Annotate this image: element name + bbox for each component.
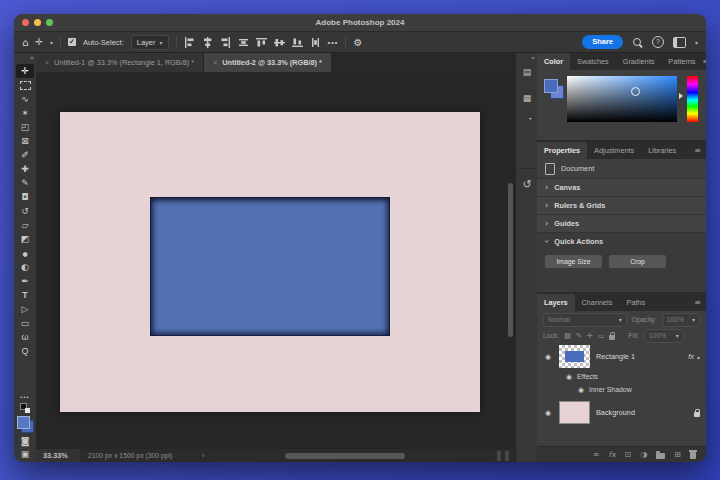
auto-select-target-dropdown[interactable]: Layer ▾ bbox=[131, 35, 169, 50]
horizontal-scrollbar-thumb[interactable] bbox=[285, 453, 405, 459]
screen-mode-icon[interactable]: ▣ bbox=[21, 449, 30, 459]
visibility-eye-icon[interactable]: ◉ bbox=[543, 353, 553, 361]
tab-properties[interactable]: Properties bbox=[537, 142, 587, 159]
move-tool-chevron-icon[interactable]: ▾ bbox=[50, 39, 53, 46]
layer-row-background[interactable]: ◉ Background bbox=[537, 399, 706, 426]
new-group-icon[interactable] bbox=[656, 453, 665, 459]
opacity-input[interactable]: 100% ▾ bbox=[662, 313, 700, 327]
dodge-tool[interactable]: ◐ bbox=[16, 260, 34, 274]
collapse-effects-icon[interactable]: ▴ bbox=[697, 353, 700, 360]
panel-menu-icon[interactable]: ≡ bbox=[694, 298, 706, 307]
close-tab-icon[interactable]: × bbox=[45, 59, 49, 66]
tab-gradients[interactable]: Gradients bbox=[616, 53, 662, 70]
collapse-panels-icon[interactable]: « bbox=[531, 54, 535, 62]
layer-fx-badge[interactable]: fx bbox=[688, 352, 694, 361]
tab-untitled-1[interactable]: × Untitled-1 @ 33.3% (Rectangle 1, RGB/8… bbox=[36, 53, 204, 72]
lasso-tool[interactable]: ∿ bbox=[16, 92, 34, 106]
path-select-tool[interactable]: ▷ bbox=[16, 302, 34, 316]
visibility-eye-icon[interactable]: ◉ bbox=[566, 373, 572, 381]
libraries-panel-icon[interactable]: ▦ bbox=[516, 93, 538, 103]
type-tool[interactable]: T bbox=[16, 288, 34, 302]
section-guides[interactable]: › Guides bbox=[537, 215, 706, 233]
frame-tool[interactable]: ⊠ bbox=[16, 134, 34, 148]
learn-panel-icon[interactable]: ▤ bbox=[516, 67, 538, 77]
color-picker-ring[interactable] bbox=[631, 87, 640, 96]
eyedropper-tool[interactable]: ✐ bbox=[16, 148, 34, 162]
tab-untitled-2[interactable]: × Untitled-2 @ 33.3% (RGB/8) * bbox=[204, 53, 331, 72]
vertical-scrollbar[interactable] bbox=[508, 183, 513, 337]
layer-style-icon[interactable]: fx bbox=[609, 450, 616, 459]
history-brush-tool[interactable]: ↺ bbox=[16, 204, 34, 218]
hue-slider-pointer[interactable] bbox=[679, 93, 686, 99]
tab-channels[interactable]: Channels bbox=[575, 294, 620, 311]
move-tool-icon[interactable]: ✛ bbox=[35, 37, 43, 47]
foreground-background-swatches[interactable] bbox=[17, 416, 34, 433]
tab-patterns[interactable]: Patterns bbox=[661, 53, 702, 70]
lock-transparency-icon[interactable]: ▨ bbox=[564, 332, 571, 340]
section-rulers-grids[interactable]: › Rulers & Grids bbox=[537, 197, 706, 215]
crop-tool[interactable]: ◰ bbox=[16, 120, 34, 134]
zoom-tool[interactable]: Q bbox=[16, 344, 34, 358]
visibility-eye-icon[interactable]: ◉ bbox=[543, 409, 553, 417]
align-right-edges-button[interactable] bbox=[220, 37, 231, 48]
layer-name[interactable]: Background bbox=[596, 408, 635, 417]
align-bottom-edges-button[interactable] bbox=[292, 37, 303, 48]
marquee-tool[interactable] bbox=[16, 78, 34, 92]
move-tool[interactable]: ✛ bbox=[16, 64, 34, 78]
align-top-edges-button[interactable] bbox=[256, 37, 267, 48]
tool-settings-gear-icon[interactable]: ⚙ bbox=[353, 37, 362, 48]
canvas-area[interactable] bbox=[36, 72, 515, 448]
blend-mode-dropdown[interactable]: Normal ▾ bbox=[543, 313, 627, 327]
hue-slider[interactable] bbox=[687, 76, 698, 122]
align-left-edges-button[interactable] bbox=[184, 37, 195, 48]
document-artboard[interactable] bbox=[60, 112, 480, 412]
visibility-eye-icon[interactable]: ◉ bbox=[578, 386, 584, 394]
panel-menu-icon[interactable]: ≡ bbox=[694, 146, 706, 155]
lock-artboard-icon[interactable]: ▭ bbox=[598, 332, 605, 340]
home-icon[interactable]: ⌂ bbox=[22, 37, 28, 48]
tab-swatches[interactable]: Swatches bbox=[570, 53, 616, 70]
auto-select-checkbox[interactable]: ✓ bbox=[68, 38, 76, 46]
tab-paths[interactable]: Paths bbox=[619, 294, 652, 311]
status-chevron-icon[interactable]: › bbox=[202, 449, 204, 462]
expand-toolbar-icon[interactable]: » bbox=[30, 54, 34, 62]
brush-tool[interactable]: ✎ bbox=[16, 176, 34, 190]
delete-layer-icon[interactable] bbox=[690, 452, 696, 459]
new-layer-icon[interactable]: ⊞ bbox=[674, 450, 681, 459]
layer-thumbnail[interactable] bbox=[559, 401, 590, 424]
pen-tool[interactable]: ✒ bbox=[16, 274, 34, 288]
default-colors-icon[interactable] bbox=[20, 403, 30, 413]
align-vertical-centers-button[interactable] bbox=[274, 37, 285, 48]
distribute-vertical-button[interactable] bbox=[310, 37, 321, 48]
quick-mask-icon[interactable]: ◙ bbox=[21, 436, 30, 446]
blur-tool[interactable]: ● bbox=[16, 246, 34, 260]
panel-menu-icon[interactable]: ≡ bbox=[703, 57, 706, 66]
crop-button[interactable]: Crop bbox=[609, 255, 666, 268]
lock-position-icon[interactable]: ✛ bbox=[587, 332, 593, 340]
lock-pixels-icon[interactable]: ✎ bbox=[576, 332, 582, 340]
add-mask-icon[interactable]: ⊡ bbox=[625, 450, 632, 459]
rectangle-layer-shape[interactable] bbox=[150, 197, 390, 336]
zoom-level[interactable]: 33.33% bbox=[43, 449, 68, 462]
foreground-color-swatch[interactable] bbox=[17, 416, 30, 429]
tab-color[interactable]: Color bbox=[537, 53, 570, 70]
color-swatch-pair[interactable] bbox=[544, 79, 564, 99]
eraser-tool[interactable]: ▱ bbox=[16, 218, 34, 232]
layer-row-rectangle-1[interactable]: ◉ Rectangle 1 fx▴ bbox=[537, 343, 706, 370]
layer-name[interactable]: Rectangle 1 bbox=[596, 352, 635, 361]
layer-thumbnail[interactable] bbox=[559, 345, 590, 368]
edit-toolbar-button[interactable]: ••• bbox=[20, 394, 29, 400]
section-canvas[interactable]: › Canvas bbox=[537, 179, 706, 197]
gradient-tool[interactable]: ◩ bbox=[16, 232, 34, 246]
tab-libraries[interactable]: Libraries bbox=[641, 142, 683, 159]
shape-tool[interactable]: ▭ bbox=[16, 316, 34, 330]
tab-adjustments[interactable]: Adjustments bbox=[587, 142, 641, 159]
search-icon[interactable] bbox=[632, 37, 643, 48]
chevron-down-icon[interactable]: ▾ bbox=[695, 39, 698, 46]
tab-layers[interactable]: Layers bbox=[537, 294, 575, 311]
help-icon[interactable]: ? bbox=[652, 36, 664, 48]
workspace-switcher-icon[interactable] bbox=[673, 37, 686, 48]
close-tab-icon[interactable]: × bbox=[213, 59, 217, 66]
fill-input[interactable]: 100% ▾ bbox=[644, 329, 684, 343]
image-size-button[interactable]: Image Size bbox=[545, 255, 602, 268]
